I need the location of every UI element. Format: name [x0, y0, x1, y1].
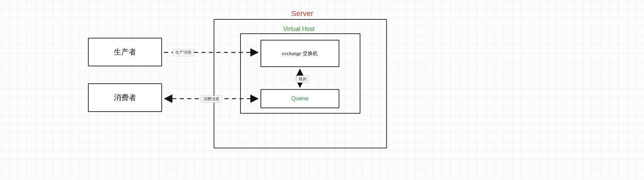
consumer-box: 消费者 [88, 83, 162, 112]
edge-consume-label: 消费消息 [201, 96, 222, 103]
producer-label: 生产者 [114, 47, 136, 57]
exchange-box: exchange 交换机 [261, 40, 339, 67]
edge-produce-label: 生产消息 [173, 49, 194, 56]
producer-box: 生产者 [88, 38, 162, 66]
queue-label: Quene [291, 95, 308, 102]
vhost-title: Virtual Host [275, 25, 323, 33]
exchange-label: exchange 交换机 [282, 50, 318, 57]
server-title: Server [285, 9, 319, 18]
queue-box: Quene [261, 89, 339, 108]
consumer-label: 消费者 [114, 93, 136, 103]
edge-rule-label: 规则 [296, 76, 309, 83]
